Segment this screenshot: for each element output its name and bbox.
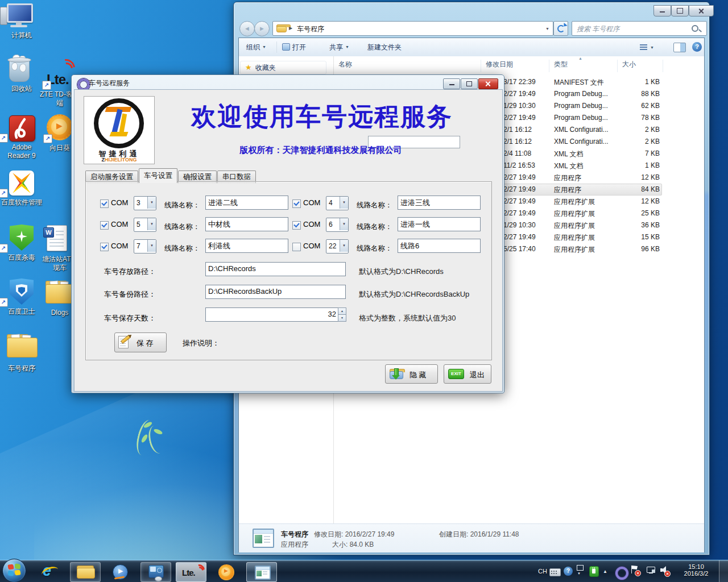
details-pane: 车号程序 修改日期: 2016/2/27 19:49 创建日期: 2016/1/… [239,523,704,552]
line-name-input[interactable]: 进港一线 [398,217,481,231]
save-button[interactable]: 保 存 [114,332,167,352]
desktop-icon-baidu-software-manager[interactable]: ↗ 百度软件管理 [0,169,43,207]
usb-device-icon[interactable] [589,566,599,577]
minimize-button[interactable] [653,5,671,16]
com6-port-select[interactable]: 6▼ [326,218,349,232]
hide-button[interactable]: 隐 藏 [385,364,438,384]
keep-days-spinner: ▲ ▼ [338,307,346,322]
com-setting-cell: COM 5▼ 线路名称： 中材线 [100,217,291,232]
search-icon[interactable] [692,25,698,32]
line-name-input[interactable]: 进港三线 [398,196,481,210]
icon-label: Adobe Reader 9 [0,143,43,160]
dropdown-icon: ▼ [262,45,266,49]
taskbar-media-player-button[interactable]: ▶ [105,562,135,581]
desktop-icon-baidu-antivirus[interactable]: ↗ 百度杀毒 [0,223,43,262]
com-label: COM [111,198,128,207]
window-restore-tray-icon[interactable] [577,565,584,571]
address-dropdown-icon[interactable]: ▼ [545,27,549,31]
taskbar-sunflower-button[interactable]: ▶ [211,562,241,581]
column-header-modified[interactable]: 修改日期 [481,60,549,72]
line-name-input[interactable]: 中材线 [205,217,288,231]
com22-port-select[interactable]: 22▼ [326,239,349,253]
com3-port-select[interactable]: 3▼ [134,196,156,210]
com3-checkbox[interactable] [100,199,109,208]
storage-path-input[interactable]: D:\CHRecords [205,262,346,276]
column-header-name[interactable]: 名称 [334,60,481,72]
taskbar-chehao-app-button[interactable] [246,562,277,582]
tray-caret-icon[interactable]: ▼ [577,572,581,575]
keep-days-input[interactable]: 32 [205,307,340,322]
com4-checkbox[interactable] [292,199,301,208]
desktop-icon-chehao-folder[interactable]: 车号程序 [0,333,43,373]
show-desktop-button[interactable] [719,560,728,582]
minimize-button[interactable] [443,78,460,89]
desktop-icon-adobe-reader[interactable]: ↗ Adobe Reader 9 [0,114,43,160]
restore-button[interactable] [461,78,478,89]
computer-icon [0,3,43,30]
exit-button-label: 退出 [470,370,485,380]
favorites-item[interactable]: ★收藏夹 [240,61,326,74]
show-hidden-icons-button[interactable]: ▲ [603,569,607,574]
chehao-tray-icon[interactable] [615,567,628,580]
line-name-input[interactable]: 进港二线 [205,196,288,210]
taskbar-lte-button[interactable]: Lte. [176,562,206,582]
help-tray-icon[interactable]: ? [564,567,573,576]
desktop-icon-baidu-guard[interactable]: ↗ 百度卫士 [0,277,43,316]
desktop-icon-recycle-bin[interactable]: 回收站 [0,55,43,93]
line-name-input[interactable]: 利港线 [205,239,288,253]
backup-path-input[interactable]: D:\CHRecordsBackUp [205,285,346,299]
search-input[interactable]: 搜索 车号程序 [572,21,707,36]
preview-pane-button[interactable] [673,43,686,52]
back-button[interactable]: ◄ [239,21,255,36]
search-placeholder: 搜索 车号程序 [577,24,619,34]
line-name-input[interactable]: 线路6 [398,239,481,253]
status-file-type: 应用程序 [281,540,308,550]
organize-menu[interactable]: 组织▼ [246,43,266,52]
logo-english-name: ZHIJIELITONG [84,157,154,163]
breadcrumb-path[interactable]: 车号程序 [297,24,324,34]
column-header-type[interactable]: 类型 [549,60,618,72]
help-button[interactable]: ? [692,42,702,52]
language-indicator[interactable]: CH [538,568,547,575]
clock[interactable]: 15:10 2016/3/2 [678,563,714,580]
status-created: 创建日期: 2016/1/29 11:48 [439,530,519,539]
views-button[interactable]: ▼ [640,44,654,52]
share-menu[interactable]: 共享▼ [329,43,349,52]
com5-port-select[interactable]: 5▼ [134,218,156,232]
recycle-bin-icon [0,55,43,83]
com7-checkbox[interactable] [100,243,109,251]
app-file-icon [253,529,274,548]
tab-chehao-settings[interactable]: 车号设置 [139,168,177,183]
open-button[interactable]: 打开 [282,43,306,52]
favorites-label: 收藏夹 [255,64,276,72]
com5-checkbox[interactable] [100,221,109,230]
taskbar-management-button[interactable] [140,562,171,582]
com6-checkbox[interactable] [292,221,301,230]
taskbar-ie-button[interactable]: e [35,562,65,581]
new-folder-button[interactable]: 新建文件夹 [367,43,402,52]
welcome-heading: 欢迎使用车号远程服务 [168,100,475,134]
dropdown-icon: ▼ [345,45,349,49]
com4-port-select[interactable]: 4▼ [326,196,349,210]
close-button[interactable] [478,78,498,89]
com7-port-select[interactable]: 7▼ [134,239,156,253]
shortcut-arrow-icon: ↗ [43,134,52,143]
spinner-down-button[interactable]: ▼ [338,314,346,322]
adobe-reader-icon: ↗ [0,114,43,142]
com22-checkbox[interactable] [292,243,301,251]
forward-button[interactable]: ► [254,21,270,36]
dropdown-arrow-icon[interactable]: ▼ [147,197,156,209]
close-button[interactable] [689,5,714,16]
maximize-button[interactable] [671,5,689,16]
taskbar: e ▶ Lte. ▶ [0,560,728,582]
start-button[interactable] [2,559,26,582]
copyright-line: 版权所有：天津智捷利通科技发展有限公司 [227,145,415,156]
taskbar-explorer-button[interactable] [70,562,101,582]
desktop-icon-computer[interactable]: 计算机 [0,3,43,40]
exit-button[interactable]: EXIT 退出 [444,364,491,384]
keyboard-icon[interactable] [549,568,561,576]
column-header-size[interactable]: 大小 [618,60,663,72]
address-bar[interactable]: ▶ 车号程序 ▼ [272,21,553,36]
refresh-button[interactable] [553,21,568,36]
status-size: 大小: 84.0 KB [332,540,374,550]
